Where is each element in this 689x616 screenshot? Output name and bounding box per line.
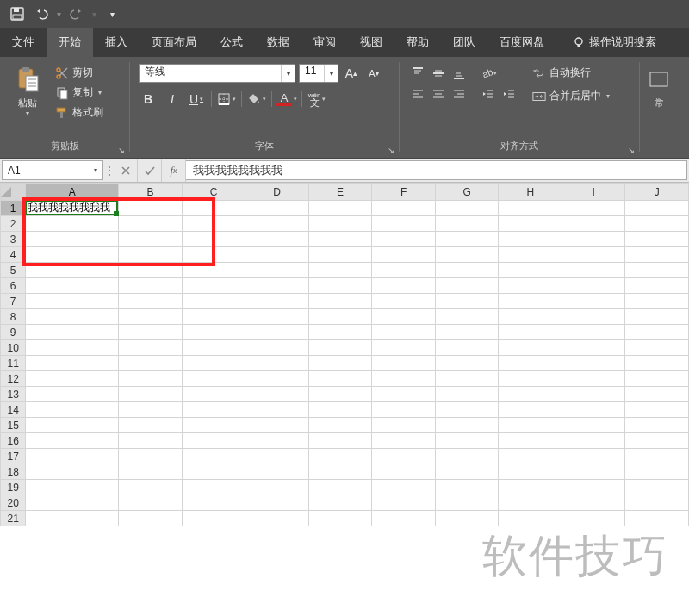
cell[interactable] [499, 464, 562, 480]
cell[interactable] [435, 495, 499, 511]
cell[interactable] [562, 418, 625, 433]
cell[interactable] [308, 309, 372, 325]
cell[interactable] [308, 247, 372, 263]
cell[interactable] [245, 511, 309, 526]
cell[interactable] [245, 464, 309, 480]
row-header[interactable]: 3 [1, 232, 26, 247]
cell[interactable] [26, 216, 119, 232]
cell[interactable] [499, 511, 562, 526]
cell[interactable] [499, 449, 562, 464]
tab-page-layout[interactable]: 页面布局 [140, 28, 208, 57]
italic-button[interactable]: I [163, 90, 182, 109]
underline-button[interactable]: U▾ [187, 90, 206, 109]
undo-icon[interactable] [31, 3, 52, 24]
row-header[interactable]: 11 [1, 356, 26, 371]
cell[interactable] [499, 278, 562, 294]
clipboard-launcher-icon[interactable]: ↘ [115, 144, 127, 156]
cell[interactable] [26, 247, 119, 263]
cell[interactable] [499, 495, 562, 511]
cell[interactable] [182, 387, 245, 402]
cell[interactable] [562, 294, 625, 309]
column-header[interactable]: J [625, 184, 689, 201]
cell[interactable] [308, 495, 372, 511]
tab-insert[interactable]: 插入 [93, 28, 140, 57]
cell[interactable] [562, 449, 625, 464]
row-header[interactable]: 4 [1, 247, 26, 263]
cell[interactable] [182, 232, 245, 247]
cell[interactable] [182, 278, 245, 294]
cell[interactable] [26, 449, 119, 464]
cell[interactable] [562, 433, 625, 449]
row-header[interactable]: 15 [1, 418, 26, 433]
column-header[interactable]: F [372, 184, 436, 201]
cell[interactable] [435, 402, 499, 418]
cell[interactable] [372, 480, 436, 495]
cell[interactable] [562, 402, 625, 418]
cell[interactable] [119, 309, 183, 325]
cell[interactable] [26, 433, 119, 449]
cell[interactable] [182, 309, 245, 325]
cell[interactable] [562, 247, 625, 263]
fill-color-button[interactable]: ▾ [247, 90, 266, 109]
paste-button[interactable]: 粘贴 ▾ [9, 64, 47, 136]
cell[interactable] [625, 480, 689, 495]
cell[interactable] [435, 418, 499, 433]
cell[interactable] [308, 325, 372, 340]
save-icon[interactable] [7, 3, 28, 24]
cell[interactable] [119, 480, 183, 495]
cell[interactable] [625, 387, 689, 402]
row-header[interactable]: 9 [1, 325, 26, 340]
row-header[interactable]: 14 [1, 402, 26, 418]
cell[interactable] [372, 511, 436, 526]
cell[interactable] [119, 340, 183, 356]
align-middle-button[interactable] [429, 64, 448, 83]
cell[interactable] [625, 294, 689, 309]
font-color-button[interactable]: A▾ [277, 90, 296, 109]
cell[interactable] [372, 247, 436, 263]
align-top-button[interactable] [408, 64, 427, 83]
cell[interactable] [119, 418, 183, 433]
cell[interactable] [625, 247, 689, 263]
column-header[interactable]: H [499, 184, 562, 201]
tab-baidu-netdisk[interactable]: 百度网盘 [487, 28, 556, 57]
cell[interactable] [26, 418, 119, 433]
tab-team[interactable]: 团队 [441, 28, 487, 57]
cell[interactable] [26, 480, 119, 495]
cell[interactable] [119, 216, 183, 232]
tell-me[interactable]: 操作说明搜索 [560, 28, 668, 57]
cell[interactable] [308, 201, 372, 216]
cell[interactable] [499, 340, 562, 356]
cell[interactable] [26, 232, 119, 247]
cell[interactable] [308, 387, 372, 402]
tab-view[interactable]: 视图 [348, 28, 394, 57]
cell[interactable] [245, 232, 309, 247]
tab-review[interactable]: 审阅 [301, 28, 348, 57]
cell[interactable]: 我我我我我我我我 [26, 201, 119, 216]
cell[interactable] [372, 216, 436, 232]
row-header[interactable]: 2 [1, 216, 26, 232]
cell[interactable] [372, 201, 436, 216]
cell[interactable] [308, 278, 372, 294]
cell[interactable] [26, 387, 119, 402]
cell[interactable] [119, 232, 183, 247]
cell[interactable] [26, 294, 119, 309]
cell[interactable] [435, 232, 499, 247]
cell[interactable] [499, 294, 562, 309]
cell[interactable] [499, 387, 562, 402]
align-center-button[interactable] [429, 84, 448, 103]
cell[interactable] [308, 263, 372, 278]
cell[interactable] [245, 402, 309, 418]
row-header[interactable]: 6 [1, 278, 26, 294]
cell[interactable] [372, 278, 436, 294]
cell[interactable] [372, 309, 436, 325]
cut-button[interactable]: 剪切 [52, 64, 107, 82]
cell[interactable] [245, 418, 309, 433]
cell[interactable] [245, 216, 309, 232]
cell[interactable] [308, 216, 372, 232]
cell[interactable] [182, 325, 245, 340]
cell[interactable] [625, 433, 689, 449]
cell[interactable] [245, 309, 309, 325]
cell[interactable] [182, 449, 245, 464]
cell[interactable] [372, 464, 436, 480]
cell[interactable] [245, 433, 309, 449]
